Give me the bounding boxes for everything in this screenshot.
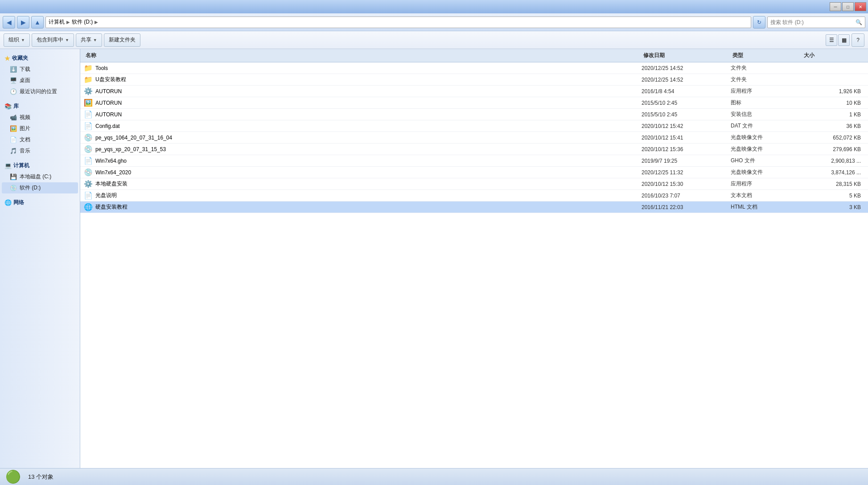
sidebar-item-cdrive[interactable]: 💾 本地磁盘 (C:): [2, 171, 78, 182]
table-row[interactable]: 🖼️ AUTORUN 2015/5/10 2:45 图标 10 KB: [80, 97, 868, 109]
sidebar-item-ddrive[interactable]: 💿 软件 (D:): [2, 182, 78, 193]
breadcrumb-computer[interactable]: 计算机: [49, 18, 65, 26]
file-type-label: 文本文档: [731, 192, 802, 199]
sidebar-network-label: 网络: [13, 199, 24, 206]
close-button[interactable]: ✕: [855, 2, 866, 11]
table-row[interactable]: 📄 光盘说明 2016/10/23 7:07 文本文档 5 KB: [80, 190, 868, 201]
column-name[interactable]: 名称: [84, 51, 642, 60]
table-row[interactable]: 📄 Win7x64.gho 2019/9/7 19:25 GHO 文件 2,90…: [80, 155, 868, 167]
sidebar-library-section: 📚 库 📹 视频 🖼️ 图片 📄 文档 🎵 音乐: [2, 101, 78, 156]
sidebar-favorites-header[interactable]: ★ 收藏夹: [2, 53, 78, 64]
file-name: Config.dat: [95, 123, 120, 129]
file-list-body: 📁 Tools 2020/12/25 14:52 文件夹 📁 U盘安装教程 20…: [80, 62, 868, 468]
file-type-icon: 📄: [84, 191, 93, 200]
organize-button[interactable]: 组织 ▼: [4, 33, 30, 47]
sidebar-item-recent[interactable]: 🕐 最近访问的位置: [2, 86, 78, 97]
file-size: 279,696 KB: [802, 146, 864, 152]
file-name: pe_yqs_1064_20_07_31_16_04: [95, 135, 172, 141]
maximize-button[interactable]: □: [842, 2, 854, 11]
search-input[interactable]: [770, 19, 856, 25]
file-modified: 2020/12/25 14:52: [642, 77, 731, 83]
column-type[interactable]: 类型: [731, 51, 802, 60]
view-change-button[interactable]: ☰: [826, 34, 837, 46]
computer-icon: 💻: [4, 162, 12, 169]
document-icon: 📄: [10, 136, 17, 143]
organize-label: 组织: [8, 36, 19, 44]
view-details-button[interactable]: ▦: [838, 34, 850, 46]
sidebar-item-download[interactable]: ⬇️ 下载: [2, 64, 78, 75]
picture-icon: 🖼️: [10, 125, 17, 132]
column-size[interactable]: 大小: [802, 51, 864, 60]
table-row[interactable]: 📁 U盘安装教程 2020/12/25 14:52 文件夹: [80, 74, 868, 86]
file-modified: 2015/5/10 2:45: [642, 100, 731, 106]
include-library-button[interactable]: 包含到库中 ▼: [32, 33, 74, 47]
search-bar: 🔍: [767, 16, 865, 28]
file-type-label: 文件夹: [731, 64, 802, 72]
file-type-icon: 🌐: [84, 203, 93, 211]
sidebar-favorites-section: ★ 收藏夹 ⬇️ 下载 🖥️ 桌面 🕐 最近访问的位置: [2, 53, 78, 97]
table-row[interactable]: 📄 AUTORUN 2015/5/10 2:45 安装信息 1 KB: [80, 109, 868, 120]
sidebar-item-video[interactable]: 📹 视频: [2, 112, 78, 123]
main-layout: ★ 收藏夹 ⬇️ 下载 🖥️ 桌面 🕐 最近访问的位置 📚 库: [0, 49, 868, 468]
file-name: 硬盘安装教程: [95, 203, 128, 211]
file-type-label: 光盘映像文件: [731, 134, 802, 141]
refresh-button[interactable]: ↻: [753, 16, 765, 29]
sidebar-item-document[interactable]: 📄 文档: [2, 134, 78, 145]
file-modified: 2020/10/12 15:36: [642, 146, 731, 152]
sidebar-computer-label: 计算机: [13, 162, 29, 169]
table-row[interactable]: 📁 Tools 2020/12/25 14:52 文件夹: [80, 62, 868, 74]
library-folder-icon: 📚: [4, 103, 12, 110]
file-name: Win7x64_2020: [95, 169, 131, 176]
file-type-icon: 📁: [84, 64, 93, 72]
sidebar-computer-header[interactable]: 💻 计算机: [2, 160, 78, 171]
search-icon[interactable]: 🔍: [856, 19, 862, 25]
title-bar: ─ □ ✕: [0, 0, 868, 13]
file-name: 光盘说明: [95, 192, 117, 199]
new-folder-button[interactable]: 新建文件夹: [104, 33, 140, 47]
file-modified: 2016/11/21 22:03: [642, 204, 731, 210]
help-button[interactable]: ?: [852, 33, 864, 47]
sidebar-item-music[interactable]: 🎵 音乐: [2, 145, 78, 156]
sidebar-network-header[interactable]: 🌐 网络: [2, 197, 78, 208]
sidebar-download-label: 下载: [20, 66, 30, 73]
file-size: 1,926 KB: [802, 88, 864, 95]
ddrive-icon: 💿: [10, 185, 17, 191]
forward-button[interactable]: ▶: [17, 16, 29, 29]
file-size: 1 KB: [802, 111, 864, 118]
table-row[interactable]: 💿 pe_yqs_1064_20_07_31_16_04 2020/10/12 …: [80, 132, 868, 144]
sidebar-library-header[interactable]: 📚 库: [2, 101, 78, 112]
sidebar-item-picture[interactable]: 🖼️ 图片: [2, 123, 78, 134]
share-button[interactable]: 共享 ▼: [76, 33, 102, 47]
sidebar-item-desktop[interactable]: 🖥️ 桌面: [2, 75, 78, 86]
file-type-label: GHO 文件: [731, 157, 802, 164]
toolbar: 组织 ▼ 包含到库中 ▼ 共享 ▼ 新建文件夹 ☰ ▦ ?: [0, 31, 868, 49]
column-modified[interactable]: 修改日期: [642, 51, 731, 60]
file-size: 2,900,813 ...: [802, 158, 864, 164]
library-dropdown-arrow: ▼: [65, 38, 69, 42]
file-size: 5 KB: [802, 193, 864, 199]
title-bar-buttons: ─ □ ✕: [830, 2, 866, 11]
table-row[interactable]: 📄 Config.dat 2020/10/12 15:42 DAT 文件 36 …: [80, 120, 868, 132]
sidebar-ddrive-label: 软件 (D:): [20, 184, 41, 192]
breadcrumb-drive[interactable]: 软件 (D:): [72, 18, 93, 26]
up-button[interactable]: ▲: [31, 16, 44, 29]
file-type-label: HTML 文档: [731, 203, 802, 211]
music-icon: 🎵: [10, 148, 17, 154]
file-type-label: DAT 文件: [731, 122, 802, 130]
table-row[interactable]: 💿 pe_yqs_xp_20_07_31_15_53 2020/10/12 15…: [80, 144, 868, 155]
sidebar-network-section: 🌐 网络: [2, 197, 78, 208]
back-button[interactable]: ◀: [3, 16, 15, 29]
include-library-label: 包含到库中: [37, 36, 63, 44]
sidebar-document-label: 文档: [20, 136, 30, 144]
file-modified: 2015/5/10 2:45: [642, 111, 731, 118]
status-bar: 🟢 13 个对象: [0, 468, 868, 485]
table-row[interactable]: ⚙️ 本地硬盘安装 2020/10/12 15:30 应用程序 28,315 K…: [80, 178, 868, 190]
table-row[interactable]: 💿 Win7x64_2020 2020/12/25 11:32 光盘映像文件 3…: [80, 167, 868, 178]
file-modified: 2016/10/23 7:07: [642, 193, 731, 199]
table-row[interactable]: ⚙️ AUTORUN 2016/1/8 4:54 应用程序 1,926 KB: [80, 86, 868, 97]
table-row[interactable]: 🌐 硬盘安装教程 2016/11/21 22:03 HTML 文档 3 KB: [80, 201, 868, 213]
minimize-button[interactable]: ─: [830, 2, 841, 11]
breadcrumb-arrow-2: ▶: [95, 20, 98, 25]
file-type-icon: 🖼️: [84, 99, 93, 107]
file-size: 10 KB: [802, 100, 864, 106]
